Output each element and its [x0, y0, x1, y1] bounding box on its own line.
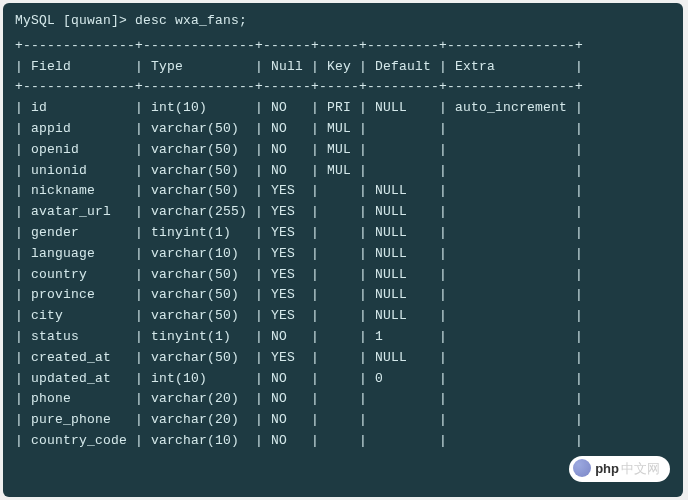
prompt-line: MySQL [quwan]> desc wxa_fans;: [15, 11, 671, 32]
table-row: | country | varchar(50) | YES | | NULL |…: [15, 265, 671, 286]
table-row: | phone | varchar(20) | NO | | | |: [15, 389, 671, 410]
table-rows: | id | int(10) | NO | PRI | NULL | auto_…: [15, 98, 671, 452]
table-separator-mid: +--------------+--------------+------+--…: [15, 77, 671, 98]
table-row: | pure_phone | varchar(20) | NO | | | |: [15, 410, 671, 431]
table-row: | appid | varchar(50) | NO | MUL | | |: [15, 119, 671, 140]
table-row: | created_at | varchar(50) | YES | | NUL…: [15, 348, 671, 369]
table-row: | id | int(10) | NO | PRI | NULL | auto_…: [15, 98, 671, 119]
php-logo: php中文网: [569, 456, 670, 482]
logo-cn: 中文网: [621, 461, 660, 476]
table-row: | province | varchar(50) | YES | | NULL …: [15, 285, 671, 306]
table-row: | avatar_url | varchar(255) | YES | | NU…: [15, 202, 671, 223]
table-row: | openid | varchar(50) | NO | MUL | | |: [15, 140, 671, 161]
logo-text: php: [595, 461, 619, 476]
table-row: | city | varchar(50) | YES | | NULL | |: [15, 306, 671, 327]
table-row: | nickname | varchar(50) | YES | | NULL …: [15, 181, 671, 202]
table-separator-top: +--------------+--------------+------+--…: [15, 36, 671, 57]
table-row: | updated_at | int(10) | NO | | 0 | |: [15, 369, 671, 390]
table-row: | status | tinyint(1) | NO | | 1 | |: [15, 327, 671, 348]
terminal-window[interactable]: MySQL [quwan]> desc wxa_fans; +---------…: [3, 3, 683, 497]
table-header-row: | Field | Type | Null | Key | Default | …: [15, 57, 671, 78]
table-row: | language | varchar(10) | YES | | NULL …: [15, 244, 671, 265]
table-row: | unionid | varchar(50) | NO | MUL | | |: [15, 161, 671, 182]
table-row: | gender | tinyint(1) | YES | | NULL | |: [15, 223, 671, 244]
table-row: | country_code | varchar(10) | NO | | | …: [15, 431, 671, 452]
